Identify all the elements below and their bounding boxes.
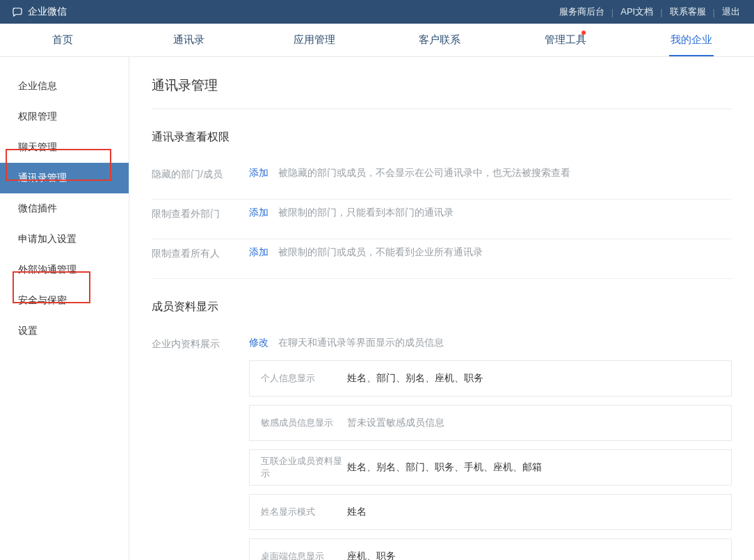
info-card-desktop: 桌面端信息显示 座机、职务	[249, 538, 732, 560]
info-card-intercorp: 互联企业成员资料显示 姓名、别名、部门、职务、手机、座机、邮箱	[249, 449, 732, 486]
content: 通讯录管理 通讯录查看权限 隐藏的部门/成员 添加 被隐藏的部门或成员，不会显示…	[129, 57, 754, 560]
notification-dot-icon	[581, 31, 586, 35]
tab-label: 管理工具	[545, 33, 586, 47]
sidebar-item-label: 设置	[18, 325, 38, 337]
divider: |	[607, 7, 618, 17]
sidebar: 企业信息 权限管理 聊天管理 通讯录管理 微信插件 申请加入设置 外部沟通管理 …	[0, 57, 129, 560]
topbar: 企业微信 服务商后台 | API文档 | 联系客服 | 退出	[0, 0, 754, 24]
tab-company[interactable]: 我的企业	[628, 24, 754, 56]
row-hint: 被限制的部门或成员，不能看到企业所有通讯录	[278, 246, 483, 257]
link-logout[interactable]: 退出	[719, 6, 743, 18]
main: 企业信息 权限管理 聊天管理 通讯录管理 微信插件 申请加入设置 外部沟通管理 …	[0, 57, 754, 560]
card-label: 敏感成员信息显示	[261, 417, 347, 429]
sidebar-item-chat[interactable]: 聊天管理	[0, 132, 129, 163]
row-label: 限制查看外部门	[152, 207, 249, 221]
section-title-permissions: 通讯录查看权限	[152, 130, 732, 145]
topbar-links: 服务商后台 | API文档 | 联系客服 | 退出	[556, 6, 743, 18]
row-hidden-dept: 隐藏的部门/成员 添加 被隐藏的部门或成员，不会显示在公司通讯录中，也无法被搜索…	[152, 160, 732, 200]
tab-label: 我的企业	[671, 33, 712, 47]
row-label: 企业内资料展示	[152, 337, 249, 351]
info-cards: 个人信息显示 姓名、部门、别名、座机、职务 敏感成员信息显示 暂未设置敏感成员信…	[249, 360, 732, 560]
card-label: 桌面端信息显示	[261, 550, 347, 560]
row-label: 限制查看所有人	[152, 246, 249, 260]
row-hint: 在聊天和通讯录等界面显示的成员信息	[278, 337, 444, 348]
page-title: 通讯录管理	[152, 77, 732, 95]
sidebar-item-settings[interactable]: 设置	[0, 316, 129, 346]
add-link[interactable]: 添加	[249, 167, 268, 178]
link-support[interactable]: 联系客服	[667, 6, 709, 18]
link-provider-backend[interactable]: 服务商后台	[556, 6, 607, 18]
card-value: 暂未设置敏感成员信息	[347, 417, 444, 429]
card-value: 姓名、部门、别名、座机、职务	[347, 372, 483, 385]
tab-home[interactable]: 首页	[0, 24, 126, 56]
tab-label: 应用管理	[294, 33, 335, 47]
row-hint: 被隐藏的部门或成员，不会显示在公司通讯录中，也无法被搜索查看	[278, 167, 570, 178]
card-value: 座机、职务	[347, 550, 396, 560]
chat-icon	[11, 6, 24, 18]
tab-label: 通讯录	[173, 33, 204, 47]
info-card-sensitive: 敏感成员信息显示 暂未设置敏感成员信息	[249, 405, 732, 441]
tab-customer[interactable]: 客户联系	[377, 24, 503, 56]
sidebar-item-external-comm[interactable]: 外部沟通管理	[0, 255, 129, 285]
tab-label: 客户联系	[419, 33, 460, 47]
card-label: 姓名显示模式	[261, 506, 347, 518]
link-api-docs[interactable]: API文档	[618, 6, 656, 18]
sidebar-item-contacts-manage[interactable]: 通讯录管理	[0, 163, 129, 193]
modify-link[interactable]: 修改	[249, 337, 268, 348]
card-value: 姓名、别名、部门、职务、手机、座机、邮箱	[347, 461, 542, 474]
sidebar-item-label: 外部沟通管理	[18, 264, 77, 276]
info-card-name-mode: 姓名显示模式 姓名	[249, 494, 732, 530]
sidebar-item-enterprise-info[interactable]: 企业信息	[0, 71, 129, 102]
row-restrict-external: 限制查看外部门 添加 被限制的部门，只能看到本部门的通讯录	[152, 200, 732, 239]
row-hint: 被限制的部门，只能看到本部门的通讯录	[278, 207, 454, 218]
card-label: 互联企业成员资料显示	[261, 455, 347, 480]
tab-label: 首页	[52, 33, 73, 47]
sidebar-item-label: 申请加入设置	[18, 233, 77, 246]
divider: |	[709, 7, 719, 17]
brand-name: 企业微信	[28, 6, 67, 18]
add-link[interactable]: 添加	[249, 207, 268, 218]
sidebar-item-label: 通讯录管理	[18, 172, 67, 184]
card-label: 个人信息显示	[261, 372, 347, 385]
sidebar-item-label: 微信插件	[18, 202, 57, 215]
brand: 企业微信	[11, 6, 67, 18]
row-profile-display: 企业内资料展示 修改 在聊天和通讯录等界面显示的成员信息	[152, 330, 732, 355]
sidebar-item-label: 企业信息	[18, 80, 57, 93]
sidebar-item-permissions[interactable]: 权限管理	[0, 102, 129, 132]
tab-tools[interactable]: 管理工具	[503, 24, 629, 56]
card-value: 姓名	[347, 506, 367, 518]
sidebar-item-wechat-plugin[interactable]: 微信插件	[0, 193, 129, 224]
section-title-profile: 成员资料显示	[152, 300, 732, 314]
sidebar-item-label: 安全与保密	[18, 294, 67, 307]
sidebar-item-join-settings[interactable]: 申请加入设置	[0, 224, 129, 255]
tab-apps[interactable]: 应用管理	[251, 24, 377, 56]
sidebar-item-security[interactable]: 安全与保密	[0, 285, 129, 316]
divider	[152, 109, 732, 109]
sidebar-item-label: 权限管理	[18, 111, 57, 123]
sidebar-item-label: 聊天管理	[18, 141, 57, 154]
info-card-personal: 个人信息显示 姓名、部门、别名、座机、职务	[249, 360, 732, 397]
add-link[interactable]: 添加	[249, 246, 268, 257]
divider: |	[656, 7, 666, 17]
row-restrict-all: 限制查看所有人 添加 被限制的部门或成员，不能看到企业所有通讯录	[152, 239, 732, 279]
tab-contacts[interactable]: 通讯录	[126, 24, 252, 56]
row-label: 隐藏的部门/成员	[152, 167, 249, 181]
main-tabs: 首页 通讯录 应用管理 客户联系 管理工具 我的企业	[0, 24, 754, 57]
